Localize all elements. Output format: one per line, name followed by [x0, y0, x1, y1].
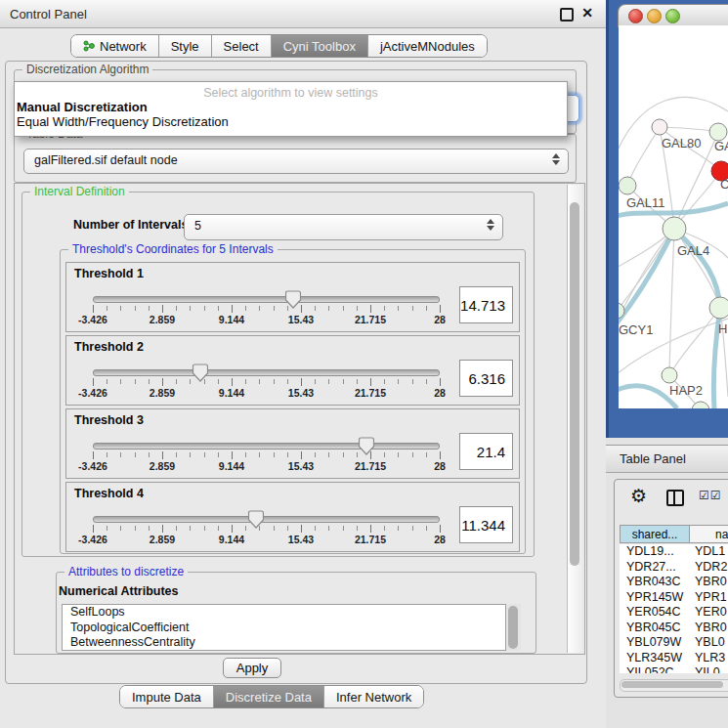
slider-track[interactable]: [93, 443, 440, 450]
dropdown-option-equal-width[interactable]: Equal Width/Frequency Discretization: [15, 114, 567, 129]
tick-label: -3.426: [78, 387, 107, 399]
stepper-icon: [552, 153, 560, 165]
top-tab-bar: Network Style Select Cyni Toolbox jActiv…: [70, 34, 488, 58]
node-gal4[interactable]: [663, 217, 686, 240]
close-traffic-light-icon[interactable]: [628, 9, 643, 23]
tick-mark: [93, 451, 94, 459]
scrollbar-thumb[interactable]: [508, 606, 518, 649]
tick-mark: [370, 525, 371, 533]
node-gal80[interactable]: [652, 119, 667, 135]
slider-track[interactable]: [93, 296, 440, 303]
table-row[interactable]: YPR145WYPR1: [620, 590, 728, 606]
tick-mark: [440, 451, 441, 459]
tick-label: 15.43: [288, 387, 314, 399]
tick-labels: -3.426 2.859 9.144 15.43 21.715 28: [93, 460, 440, 472]
control-panel-titlebar: Control Panel ✕: [0, 0, 606, 28]
attributes-list: SelfLoops TopologicalCoefficient Between…: [62, 604, 506, 651]
apply-button[interactable]: Apply: [223, 658, 281, 678]
node-label: GA: [714, 139, 728, 153]
cell: YER054C: [626, 605, 681, 621]
node-label: C: [720, 177, 728, 192]
node-hap2[interactable]: [662, 367, 677, 383]
column-header-name[interactable]: name: [689, 525, 728, 543]
node-label: H: [718, 321, 727, 336]
list-item[interactable]: TopologicalCoefficient: [63, 621, 505, 636]
tick-label: 28: [434, 534, 446, 545]
table-data-combobox[interactable]: galFiltered.sif default node: [23, 149, 569, 174]
cell: YBR043C: [626, 575, 681, 590]
panel-title: Control Panel: [10, 7, 87, 21]
attributes-group: Attributes to discretize Numerical Attri…: [56, 572, 536, 654]
cell: YDR27...: [626, 560, 676, 576]
group-title: Attributes to discretize: [64, 565, 188, 578]
vertical-scrollbar[interactable]: [567, 185, 582, 653]
checkbox-icons[interactable]: ☑☑: [699, 489, 722, 502]
table-panel: ⚙ ☑☑ shared... name YDL19...YDL1 YDR27..…: [614, 479, 728, 698]
tab-network[interactable]: Network: [71, 35, 159, 57]
cell: YIL052C: [626, 665, 674, 673]
threshold-value-field[interactable]: 11.344: [459, 506, 513, 543]
tick-label: 21.715: [355, 460, 386, 472]
tick-mark: [93, 525, 94, 533]
table-row[interactable]: YBL079WYBL0: [620, 635, 728, 651]
cell: YPR145W: [626, 590, 683, 606]
threshold-value-field[interactable]: 21.4: [459, 433, 513, 470]
tab-discretize-data[interactable]: Discretize Data: [214, 686, 324, 707]
group-title: Interval Definition: [30, 185, 129, 198]
num-intervals-combobox[interactable]: 5: [184, 214, 503, 240]
list-item[interactable]: BetweennessCentrality: [63, 635, 505, 651]
cell: YBR045C: [626, 621, 681, 636]
list-item[interactable]: SelfLoops: [63, 605, 505, 621]
tab-jactivemnodules[interactable]: jActiveMNodules: [368, 35, 487, 57]
table-row[interactable]: YDL19...YDL1: [620, 544, 728, 560]
node-gal11[interactable]: [619, 177, 636, 194]
table-row[interactable]: YBR043CYBR0: [620, 575, 728, 590]
tab-label: Select: [224, 39, 259, 54]
tab-cyni-toolbox[interactable]: Cyni Toolbox: [272, 35, 368, 57]
tick-label: 2.859: [150, 534, 175, 545]
tab-label: Impute Data: [132, 690, 201, 705]
threshold-value-field[interactable]: 14.713: [459, 286, 513, 323]
table-body: YDL19...YDL1 YDR27...YDR2 YBR043CYBR0 YP…: [620, 544, 728, 673]
slider-track[interactable]: [93, 516, 440, 523]
columns-icon[interactable]: [666, 490, 684, 506]
minimize-traffic-light-icon[interactable]: [647, 9, 662, 23]
threshold-value-field[interactable]: 6.316: [459, 360, 513, 397]
stepper-icon: [487, 219, 494, 231]
tab-impute-data[interactable]: Impute Data: [120, 686, 214, 707]
tab-select[interactable]: Select: [212, 35, 272, 57]
network-canvas[interactable]: GAL80 GA GAL11 GAL4 GCY1 H HAP2 C: [619, 25, 728, 408]
table-row[interactable]: YLR345WYLR3: [620, 651, 728, 666]
dropdown-option-manual[interactable]: Manual Discretization: [15, 100, 567, 114]
tick-label: -3.426: [78, 314, 107, 325]
tick-label: -3.426: [78, 534, 107, 545]
column-header-shared-name[interactable]: shared...: [620, 525, 690, 543]
table-row[interactable]: YDR27...YDR2: [620, 560, 728, 576]
tick-label: 15.43: [288, 534, 314, 545]
scrollbar-thumb[interactable]: [621, 681, 723, 688]
tick-mark: [301, 451, 302, 459]
list-scrollbar[interactable]: [506, 604, 521, 651]
tick-label: 28: [434, 314, 446, 325]
table-row[interactable]: YIL052CYIL0: [620, 665, 728, 673]
zoom-traffic-light-icon[interactable]: [665, 9, 680, 23]
cell: YDL19...: [626, 544, 674, 560]
horizontal-scrollbar[interactable]: [620, 679, 728, 692]
table-panel-title: Table Panel: [620, 451, 686, 466]
cyni-toolbox-panel: Discretization Algorithm Select algorith…: [5, 61, 587, 684]
float-window-icon[interactable]: [560, 8, 574, 21]
slider-track[interactable]: [93, 369, 440, 376]
tab-style[interactable]: Style: [159, 35, 212, 57]
table-row[interactable]: YBR045CYBR0: [620, 621, 728, 636]
tick-mark: [93, 305, 94, 313]
gear-icon[interactable]: ⚙: [630, 485, 647, 507]
cell: YBR0: [695, 575, 727, 590]
num-intervals-label: Number of Intervals: [73, 218, 188, 232]
table-row[interactable]: YER054CYER0: [620, 605, 728, 621]
tab-infer-network[interactable]: Infer Network: [324, 686, 423, 707]
scrollbar-thumb[interactable]: [570, 202, 579, 566]
node-h[interactable]: [709, 297, 728, 319]
close-icon[interactable]: ✕: [581, 5, 593, 21]
node-label: GAL11: [626, 195, 665, 210]
cell: YPR1: [695, 590, 727, 606]
